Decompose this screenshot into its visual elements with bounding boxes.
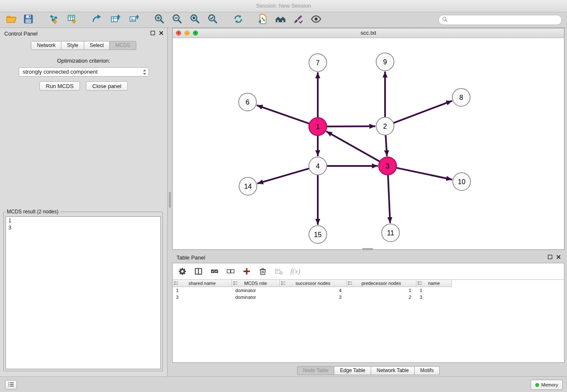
graph-node-10[interactable]: 10: [453, 173, 471, 190]
first-neighbors-button[interactable]: [274, 14, 287, 26]
graph-node-8[interactable]: 8: [452, 88, 470, 106]
graph-node-6[interactable]: 6: [239, 93, 256, 111]
apply-style-button[interactable]: [292, 14, 305, 26]
table-cell[interactable]: 4: [280, 287, 347, 294]
table-cell[interactable]: 3: [416, 294, 452, 301]
network-canvas[interactable]: 7968124314101511: [173, 38, 564, 250]
graph-node-1[interactable]: 1: [309, 118, 327, 135]
graph-edge-1-2[interactable]: [327, 126, 375, 127]
graph-edge-2-8[interactable]: [394, 101, 452, 123]
svg-text:9: 9: [383, 58, 387, 66]
close-panel-icon[interactable]: [556, 254, 561, 259]
close-panel-button[interactable]: Close panel: [86, 81, 128, 91]
close-panel-icon[interactable]: [159, 30, 164, 36]
mcds-result-item[interactable]: 1: [6, 217, 160, 224]
apply-style-icon: [293, 14, 304, 26]
table-cell[interactable]: 1: [347, 287, 416, 294]
search-field[interactable]: [438, 15, 562, 25]
column-header-predecessor-nodes[interactable]: predecessor nodes: [347, 280, 416, 287]
column-header-MCDS-role[interactable]: MCDS role: [232, 280, 280, 287]
column-visibility-icon[interactable]: [194, 267, 203, 276]
add-row-icon[interactable]: [242, 267, 251, 276]
zoom-selected-button[interactable]: [206, 14, 219, 26]
table-row[interactable]: 3dominator323: [173, 294, 564, 301]
splitter-handle-vertical[interactable]: [169, 192, 171, 208]
table-cell[interactable]: 3: [173, 294, 232, 301]
show-details-button[interactable]: [310, 14, 322, 26]
graph-edge-2-3[interactable]: [385, 135, 387, 156]
minimize-window-icon[interactable]: −: [184, 30, 190, 36]
tab-node-table[interactable]: Node Table: [297, 366, 335, 375]
memory-status-icon: [535, 383, 539, 387]
save-session-icon: [23, 14, 34, 26]
graph-node-3[interactable]: 3: [379, 157, 396, 175]
tab-network-table[interactable]: Network Table: [371, 366, 415, 375]
function-builder-icon[interactable]: f(x): [290, 267, 300, 276]
table-cell[interactable]: dominator: [232, 294, 280, 301]
import-network-button[interactable]: [47, 14, 60, 26]
tab-mcds[interactable]: MCDS: [110, 41, 136, 50]
graph-node-11[interactable]: 11: [382, 224, 399, 242]
table-cell[interactable]: 1: [173, 287, 232, 294]
dropdown-arrows-icon: [143, 69, 146, 78]
import-table-button[interactable]: [66, 14, 79, 26]
column-header-name[interactable]: name: [416, 280, 452, 287]
zoom-fit-button[interactable]: [189, 14, 201, 26]
splitter-handle-horizontal[interactable]: [362, 248, 373, 250]
export-table-button[interactable]: [109, 14, 122, 26]
control-panel-tabs: Network Style Select MCDS: [0, 41, 167, 50]
deselect-all-icon[interactable]: [226, 267, 235, 276]
tab-style[interactable]: Style: [61, 41, 84, 50]
task-history-button[interactable]: [5, 380, 17, 389]
delete-row-icon[interactable]: [258, 267, 267, 276]
column-header-successor-nodes[interactable]: successor nodes: [280, 280, 347, 287]
export-image-button[interactable]: [128, 14, 140, 26]
mcds-result-item[interactable]: 3: [6, 224, 160, 231]
graph-node-7[interactable]: 7: [309, 54, 327, 72]
graph-node-14[interactable]: 14: [239, 177, 257, 195]
zoom-out-button[interactable]: [171, 14, 184, 26]
graph-edge-3-10[interactable]: [396, 168, 452, 179]
column-sort-icon: [233, 281, 237, 285]
graph-node-2[interactable]: 2: [376, 117, 394, 135]
network-view-window: × − + scc.txt 7968124314101511: [172, 28, 564, 250]
tab-network[interactable]: Network: [31, 41, 61, 50]
graph-edge-4-14[interactable]: [257, 168, 309, 184]
select-all-icon[interactable]: [210, 267, 219, 276]
zoom-in-button[interactable]: [153, 14, 166, 26]
copy-network-button[interactable]: [256, 14, 269, 26]
export-network-button[interactable]: [91, 14, 103, 26]
svg-text:8: 8: [460, 94, 463, 101]
maximize-window-icon[interactable]: +: [193, 30, 198, 36]
table-row[interactable]: 1dominator411: [173, 287, 564, 294]
table-cell[interactable]: 2: [347, 294, 416, 301]
run-mcds-button[interactable]: Run MCDS: [39, 81, 80, 91]
graph-edge-1-6[interactable]: [257, 105, 309, 124]
table-cell[interactable]: 3: [280, 294, 347, 301]
column-header-shared-name[interactable]: shared name: [173, 280, 232, 287]
graph-node-9[interactable]: 9: [376, 53, 394, 71]
tab-edge-table[interactable]: Edge Table: [334, 366, 371, 375]
delete-table-icon[interactable]: [274, 267, 284, 276]
graph-edge-3-1[interactable]: [326, 131, 380, 161]
refresh-view-button[interactable]: [232, 14, 245, 26]
settings-gear-icon[interactable]: [178, 267, 187, 276]
status-bar: Memory: [0, 376, 567, 392]
tab-select[interactable]: Select: [84, 41, 110, 50]
float-panel-icon[interactable]: [150, 30, 155, 36]
column-sort-icon: [174, 281, 178, 285]
table-cell[interactable]: dominator: [232, 287, 280, 294]
save-session-button[interactable]: [22, 14, 35, 26]
close-window-icon[interactable]: ×: [176, 30, 181, 36]
mcds-result-list[interactable]: 1 3: [6, 216, 161, 369]
graph-node-15[interactable]: 15: [309, 226, 327, 243]
float-panel-icon[interactable]: [548, 254, 553, 259]
search-input[interactable]: [450, 17, 558, 23]
table-cell[interactable]: 1: [416, 287, 452, 294]
graph-node-4[interactable]: 4: [309, 157, 327, 175]
graph-edge-3-11[interactable]: [388, 175, 390, 223]
criterion-dropdown[interactable]: strongly connected component: [19, 67, 149, 77]
open-session-button[interactable]: [5, 14, 18, 26]
memory-button[interactable]: Memory: [531, 380, 563, 390]
tab-motifs[interactable]: Motifs: [415, 366, 440, 375]
